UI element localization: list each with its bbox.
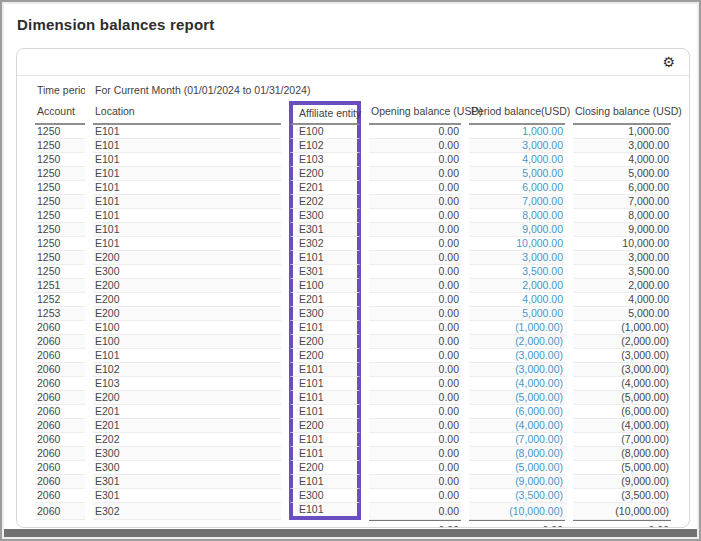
affiliate-entity-cell: E202	[289, 195, 361, 209]
account-cell: 2060	[35, 363, 85, 377]
account-cell: 1250	[35, 167, 85, 181]
period-balance-cell[interactable]: (5,000.00)	[469, 391, 565, 405]
time-period-label: Time period	[35, 80, 85, 101]
period-balance-cell[interactable]: 3,000.00	[469, 139, 565, 153]
table-row: 1250E200E1010.003,000.003,000.00	[35, 251, 671, 265]
account-cell: 1250	[35, 251, 85, 265]
table-row: 1253E200E3000.005,000.005,000.00	[35, 307, 671, 321]
location-cell: E101	[93, 223, 281, 237]
opening-balance-cell: 0.00	[369, 181, 461, 195]
closing-balance-cell: (3,000.00)	[573, 363, 671, 377]
table-row: 1250E101E3000.008,000.008,000.00	[35, 209, 671, 223]
location-cell: E201	[93, 419, 281, 433]
affiliate-entity-cell: E200	[289, 167, 361, 181]
period-balance-cell[interactable]: (2,000.00)	[469, 335, 565, 349]
location-cell: E201	[93, 405, 281, 419]
period-balance-cell[interactable]: 6,000.00	[469, 181, 565, 195]
gear-icon[interactable]: ⚙	[662, 54, 675, 70]
period-balance-cell[interactable]: 1,000.00	[469, 125, 565, 139]
table-row: 2060E102E1010.00(3,000.00)(3,000.00)	[35, 363, 671, 377]
balances-table: Time period For Current Month (01/01/202…	[27, 80, 679, 528]
location-cell: E101	[93, 139, 281, 153]
table-row: 2060E200E1010.00(5,000.00)(5,000.00)	[35, 391, 671, 405]
time-period-row: Time period For Current Month (01/01/202…	[35, 80, 671, 101]
period-balance-cell[interactable]: (3,000.00)	[469, 349, 565, 363]
location-cell: E300	[93, 447, 281, 461]
closing-balance-cell: 9,000.00	[573, 223, 671, 237]
account-cell: 1251	[35, 279, 85, 293]
account-cell: 2060	[35, 433, 85, 447]
location-cell: E200	[93, 251, 281, 265]
table-header-row: Account Location Affiliate entity Openin…	[35, 101, 671, 125]
table-row: 2060E103E1010.00(4,000.00)(4,000.00)	[35, 377, 671, 391]
period-balance-cell[interactable]: 10,000.00	[469, 237, 565, 251]
table-row: 1250E101E1020.003,000.003,000.00	[35, 139, 671, 153]
grand-total-closing: 0.00	[573, 520, 671, 528]
period-balance-cell[interactable]: 3,000.00	[469, 251, 565, 265]
affiliate-entity-cell: E103	[289, 153, 361, 167]
column-header-period-balance: Period balance(USD)	[469, 101, 565, 125]
account-cell: 1252	[35, 293, 85, 307]
closing-balance-cell: 10,000.00	[573, 237, 671, 251]
opening-balance-cell: 0.00	[369, 279, 461, 293]
account-cell: 1250	[35, 237, 85, 251]
column-header-account: Account	[35, 101, 85, 125]
affiliate-entity-cell: E101	[289, 391, 361, 405]
period-balance-cell[interactable]: 7,000.00	[469, 195, 565, 209]
column-header-location: Location	[93, 101, 281, 125]
account-cell: 1250	[35, 181, 85, 195]
opening-balance-cell: 0.00	[369, 293, 461, 307]
period-balance-cell[interactable]: (9,000.00)	[469, 475, 565, 489]
closing-balance-cell: 5,000.00	[573, 167, 671, 181]
affiliate-entity-cell: E102	[289, 139, 361, 153]
account-cell: 1250	[35, 125, 85, 139]
location-cell: E202	[93, 433, 281, 447]
period-balance-cell[interactable]: (6,000.00)	[469, 405, 565, 419]
period-balance-cell[interactable]: (1,000.00)	[469, 321, 565, 335]
period-balance-cell[interactable]: 9,000.00	[469, 223, 565, 237]
table-row: 1250E101E1000.001,000.001,000.00	[35, 125, 671, 139]
period-balance-cell[interactable]: 3,500.00	[469, 265, 565, 279]
period-balance-cell[interactable]: (10,000.00)	[469, 503, 565, 520]
closing-balance-cell: (5,000.00)	[573, 391, 671, 405]
period-balance-cell[interactable]: (4,000.00)	[469, 377, 565, 391]
opening-balance-cell: 0.00	[369, 251, 461, 265]
table-row: 2060E100E2000.00(2,000.00)(2,000.00)	[35, 335, 671, 349]
opening-balance-cell: 0.00	[369, 419, 461, 433]
time-period-value: For Current Month (01/01/2024 to 01/31/2…	[93, 80, 671, 101]
opening-balance-cell: 0.00	[369, 363, 461, 377]
table-row: 2060E301E1010.00(9,000.00)(9,000.00)	[35, 475, 671, 489]
period-balance-cell[interactable]: (3,500.00)	[469, 489, 565, 503]
closing-balance-cell: (4,000.00)	[573, 419, 671, 433]
account-cell: 2060	[35, 461, 85, 475]
period-balance-cell[interactable]: (3,000.00)	[469, 363, 565, 377]
closing-balance-cell: 8,000.00	[573, 209, 671, 223]
table-row: 1250E101E3020.0010,000.0010,000.00	[35, 237, 671, 251]
grand-total-label: Grand total	[35, 520, 281, 528]
opening-balance-cell: 0.00	[369, 335, 461, 349]
period-balance-cell[interactable]: 2,000.00	[469, 279, 565, 293]
table-row: 1250E101E3010.009,000.009,000.00	[35, 223, 671, 237]
table-row: 2060E201E1010.00(6,000.00)(6,000.00)	[35, 405, 671, 419]
table-row: 2060E100E1010.00(1,000.00)(1,000.00)	[35, 321, 671, 335]
period-balance-cell[interactable]: (7,000.00)	[469, 433, 565, 447]
period-balance-cell[interactable]: 5,000.00	[469, 307, 565, 321]
period-balance-cell[interactable]: (8,000.00)	[469, 447, 565, 461]
location-cell: E101	[93, 349, 281, 363]
period-balance-cell[interactable]: 5,000.00	[469, 167, 565, 181]
table-row: 1250E101E2010.006,000.006,000.00	[35, 181, 671, 195]
location-cell: E101	[93, 167, 281, 181]
period-balance-cell[interactable]: (5,000.00)	[469, 461, 565, 475]
table-row: 1252E200E2010.004,000.004,000.00	[35, 293, 671, 307]
period-balance-cell[interactable]: 4,000.00	[469, 293, 565, 307]
affiliate-entity-cell: E300	[289, 209, 361, 223]
period-balance-cell[interactable]: 4,000.00	[469, 153, 565, 167]
location-cell: E101	[93, 181, 281, 195]
window-bottom-bar	[4, 529, 697, 537]
closing-balance-cell: (9,000.00)	[573, 475, 671, 489]
closing-balance-cell: (3,500.00)	[573, 489, 671, 503]
opening-balance-cell: 0.00	[369, 433, 461, 447]
affiliate-entity-cell: E302	[289, 237, 361, 251]
period-balance-cell[interactable]: 8,000.00	[469, 209, 565, 223]
period-balance-cell[interactable]: (4,000.00)	[469, 419, 565, 433]
